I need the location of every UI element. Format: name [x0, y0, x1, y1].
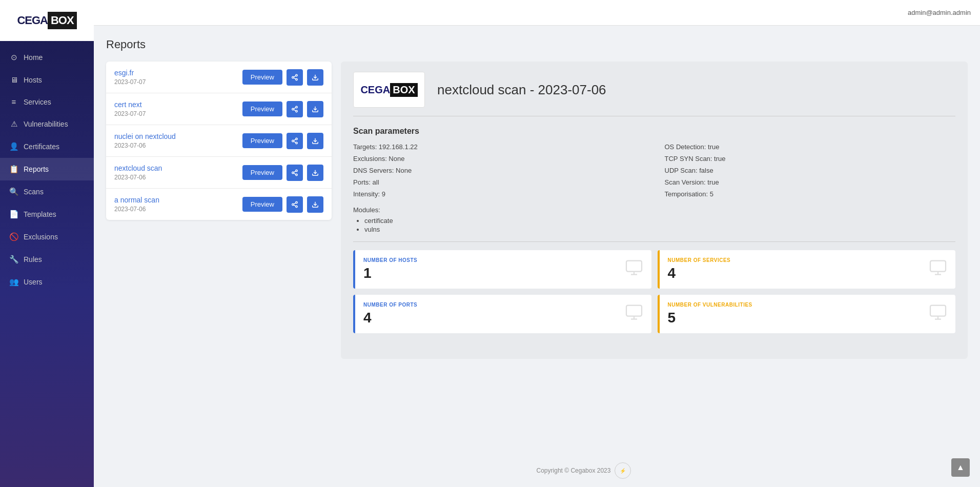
share-button[interactable]	[287, 133, 303, 149]
modules-list: certificatevulns	[353, 217, 955, 233]
svg-point-25	[292, 204, 294, 206]
svg-line-28	[294, 202, 296, 204]
sidebar-label-exclusions: Exclusions	[24, 233, 58, 241]
report-detail-inner: CEGA BOX nextcloud scan - 2023-07-06 Sca…	[341, 62, 968, 343]
stat-value: 5	[668, 310, 752, 326]
param-scan-version: Scan Version: true	[665, 178, 956, 186]
sidebar-item-users[interactable]: 👥Users	[0, 271, 94, 293]
sidebar-item-reports[interactable]: 📋Reports	[0, 158, 94, 180]
sidebar-label-certificates: Certificates	[24, 143, 59, 151]
stat-info: NUMBER OF PORTS 4	[363, 302, 417, 326]
svg-point-18	[296, 170, 298, 172]
report-date: 2023-07-06	[114, 142, 176, 149]
svg-point-6	[296, 106, 298, 108]
stat-icon	[625, 258, 643, 281]
preview-button[interactable]: Preview	[242, 165, 282, 180]
stat-icon	[929, 303, 947, 326]
stat-value: 4	[363, 310, 417, 326]
footer-logo: ⚡	[615, 462, 631, 479]
stat-value: 4	[668, 265, 731, 281]
share-button[interactable]	[287, 196, 303, 213]
report-actions: Preview	[242, 133, 323, 149]
hosts-icon: 🖥	[9, 75, 18, 84]
svg-rect-33	[930, 260, 946, 271]
download-button[interactable]	[307, 69, 323, 86]
stat-card-services: NUMBER OF SERVICES 4	[658, 250, 956, 289]
param-targets: Targets: 192.168.1.22	[353, 143, 644, 151]
sidebar-item-services[interactable]: ≡Services	[0, 91, 94, 113]
svg-point-14	[296, 142, 298, 144]
exclusions-icon: 🚫	[9, 232, 18, 241]
report-info: esgi.fr 2023-07-07	[114, 69, 146, 86]
home-icon: ⊙	[9, 53, 18, 62]
sidebar-item-hosts[interactable]: 🖥Hosts	[0, 69, 94, 91]
download-button[interactable]	[307, 196, 323, 213]
svg-point-7	[292, 108, 294, 110]
detail-title: nextcloud scan - 2023-07-06	[437, 82, 606, 98]
scroll-top-button[interactable]: ▲	[951, 458, 970, 477]
users-icon: 👥	[9, 277, 18, 287]
svg-point-20	[296, 174, 298, 176]
templates-icon: 📄	[9, 210, 18, 219]
sidebar-item-home[interactable]: ⊙Home	[0, 46, 94, 69]
stat-label: NUMBER OF SERVICES	[668, 257, 731, 263]
download-button[interactable]	[307, 133, 323, 149]
report-item: esgi.fr 2023-07-07 Preview	[106, 62, 332, 93]
param-ports: Ports: all	[353, 178, 644, 186]
preview-button[interactable]: Preview	[242, 133, 282, 148]
sidebar-nav: ⊙Home🖥Hosts≡Services⚠Vulnerabilities👤Cer…	[0, 41, 94, 487]
report-info: cert next 2023-07-07	[114, 100, 146, 117]
stat-info: NUMBER OF HOSTS 1	[363, 257, 417, 281]
share-button[interactable]	[287, 101, 303, 117]
report-info: nuclei on nextcloud 2023-07-06	[114, 132, 176, 149]
footer-text: Copyright © Cegabox 2023	[537, 467, 611, 474]
download-button[interactable]	[307, 101, 323, 117]
sidebar-item-exclusions[interactable]: 🚫Exclusions	[0, 226, 94, 248]
report-name: a normal scan	[114, 196, 159, 204]
detail-logo: CEGA BOX	[353, 72, 425, 108]
page-title: Reports	[106, 38, 968, 51]
reports-layout: esgi.fr 2023-07-07 Preview cert next	[106, 62, 968, 454]
share-button[interactable]	[287, 69, 303, 86]
report-item: a normal scan 2023-07-06 Preview	[106, 189, 332, 220]
svg-line-27	[294, 205, 296, 206]
logo: CEGA BOX	[17, 12, 76, 29]
sidebar-item-certificates[interactable]: 👤Certificates	[0, 135, 94, 158]
preview-button[interactable]: Preview	[242, 102, 282, 116]
preview-button[interactable]: Preview	[242, 197, 282, 212]
scan-params-grid: Targets: 192.168.1.22 OS Detection: true…	[353, 143, 955, 198]
share-button[interactable]	[287, 165, 303, 181]
sidebar-item-templates[interactable]: 📄Templates	[0, 203, 94, 226]
report-info: a normal scan 2023-07-06	[114, 196, 159, 213]
param-temporisation: Temporisation: 5	[665, 190, 956, 198]
sidebar: CEGA BOX ⊙Home🖥Hosts≡Services⚠Vulnerabil…	[0, 0, 94, 487]
sidebar-item-rules[interactable]: 🔧Rules	[0, 248, 94, 271]
svg-point-24	[296, 201, 298, 204]
report-date: 2023-07-07	[114, 110, 146, 117]
svg-rect-30	[626, 260, 642, 271]
stat-icon	[929, 258, 947, 281]
report-detail: CEGA BOX nextcloud scan - 2023-07-06 Sca…	[341, 62, 968, 359]
svg-point-2	[296, 78, 298, 80]
sidebar-item-scans[interactable]: 🔍Scans	[0, 180, 94, 203]
sidebar-label-scans: Scans	[24, 188, 44, 196]
footer: Copyright © Cegabox 2023 ⚡	[188, 454, 980, 487]
preview-button[interactable]: Preview	[242, 70, 282, 85]
svg-line-22	[294, 171, 296, 172]
svg-line-10	[294, 107, 296, 108]
reports-list: esgi.fr 2023-07-07 Preview cert next	[106, 62, 332, 220]
sidebar-item-vulnerabilities[interactable]: ⚠Vulnerabilities	[0, 113, 94, 135]
main: Reports esgi.fr 2023-07-07 Preview	[94, 26, 980, 487]
user-label: admin@admin.admin	[908, 9, 971, 16]
param-intensity: Intensity: 9	[353, 190, 644, 198]
certificates-icon: 👤	[9, 142, 18, 151]
svg-point-19	[292, 172, 294, 174]
detail-header: CEGA BOX nextcloud scan - 2023-07-06	[353, 72, 955, 116]
svg-point-8	[296, 110, 298, 112]
module-item: certificate	[364, 217, 955, 225]
download-button[interactable]	[307, 165, 323, 181]
stat-value: 1	[363, 265, 417, 281]
stat-card-vulnerabilities: NUMBER OF VULNERABILITIES 5	[658, 295, 956, 333]
services-icon: ≡	[9, 97, 18, 106]
divider	[353, 241, 955, 242]
